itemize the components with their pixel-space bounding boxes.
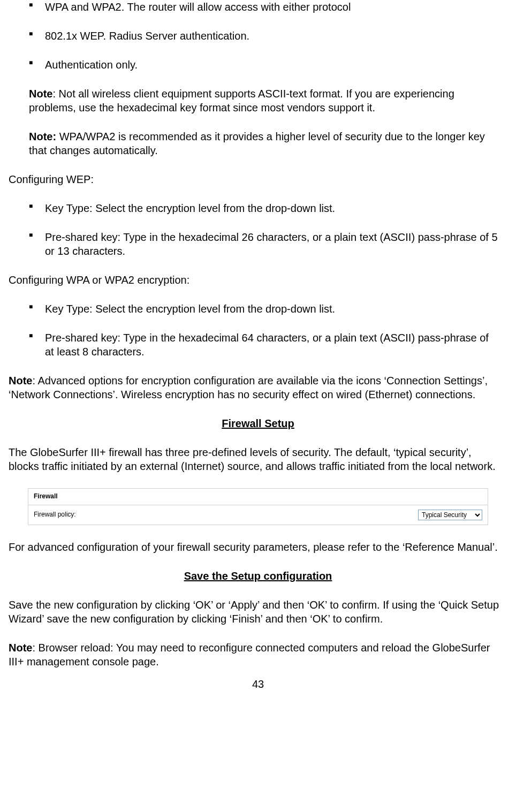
list-item: 802.1x WEP. Radius Server authentication… [29,29,500,43]
note-text: : Not all wireless client equipment supp… [29,88,454,113]
firewall-policy-label: Firewall policy: [34,511,418,519]
note-label: Note [9,375,32,386]
firewall-panel: Firewall Firewall policy: Typical Securi… [28,488,488,525]
list-item: WPA and WPA2. The router will allow acce… [29,0,500,14]
page-number: 43 [9,677,507,691]
firewall-panel-title: Firewall [28,489,488,505]
list-item: Pre-shared key: Type in the hexadecimal … [29,331,500,359]
firewall-after-para: For advanced configuration of your firew… [9,540,500,554]
list-item: Key Type: Select the encryption level fr… [29,201,500,215]
note-label: Note [29,88,52,100]
save-setup-para: Save the new configuration by clicking ‘… [9,598,500,626]
firewall-policy-row: Firewall policy: Typical Security [28,505,488,525]
note-text: : Browser reload: You may need to reconf… [9,642,490,667]
top-bullet-list: WPA and WPA2. The router will allow acce… [29,0,500,72]
note-text: : Advanced options for encryption config… [9,375,488,400]
wpa-bullet-list: Key Type: Select the encryption level fr… [29,302,500,359]
note-wpa: Note: WPA/WPA2 is recommended as it prov… [29,130,500,157]
firewall-setup-heading: Firewall Setup [9,416,507,430]
firewall-policy-select[interactable]: Typical Security [418,510,482,520]
note-browser-reload: Note: Browser reload: You may need to re… [9,641,500,669]
note-label: Note [9,642,32,654]
note-advanced: Note: Advanced options for encryption co… [9,374,500,401]
wpa-heading: Configuring WPA or WPA2 encryption: [9,273,500,287]
list-item: Pre-shared key: Type in the hexadecimal … [29,230,500,258]
wep-bullet-list: Key Type: Select the encryption level fr… [29,201,500,258]
save-setup-heading: Save the Setup configuration [9,569,507,583]
list-item: Authentication only. [29,58,500,72]
wep-heading: Configuring WEP: [9,172,500,186]
note-ascii: Note: Not all wireless client equipment … [29,87,500,115]
firewall-intro: The GlobeSurfer III+ firewall has three … [9,445,500,473]
list-item: Key Type: Select the encryption level fr… [29,302,500,316]
note-text: WPA/WPA2 is recommended as it provides a… [29,131,485,156]
note-label: Note: [29,131,56,142]
